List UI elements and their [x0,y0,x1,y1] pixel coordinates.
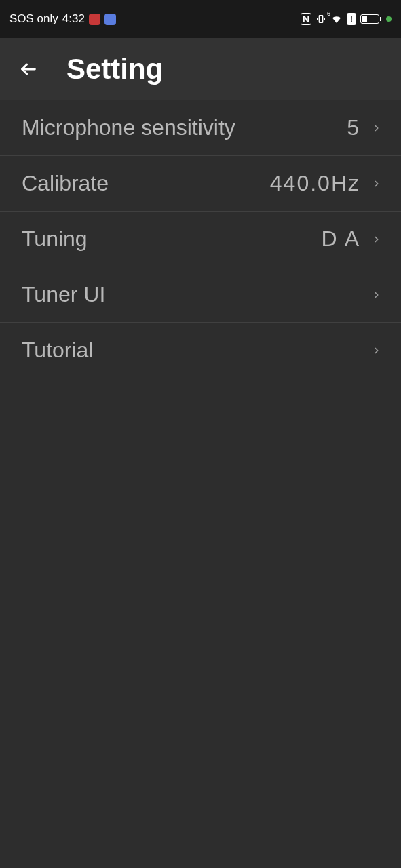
status-right: N 6 ! [301,13,392,25]
app-icon-blue [104,14,116,25]
setting-label: Tuning [22,226,88,252]
setting-label: Calibrate [22,171,109,196]
setting-microphone-sensitivity[interactable]: Microphone sensitivity 5 [0,100,401,156]
status-left: SOS only 4:32 [9,12,116,26]
setting-label: Microphone sensitivity [22,115,235,140]
settings-list: Microphone sensitivity 5 Calibrate 440.0… [0,100,401,378]
nfc-icon: N [301,13,311,25]
setting-label: Tutorial [22,338,94,363]
app-header: Setting [0,38,401,100]
wifi-icon: 6 [330,13,343,25]
setting-label: Tuner UI [22,282,105,307]
setting-tutorial[interactable]: Tutorial [0,323,401,378]
chevron-right-icon [371,345,382,356]
chevron-right-icon [371,123,382,134]
svg-rect-0 [319,16,322,23]
chevron-right-icon [371,178,382,189]
setting-value: D A [321,226,360,252]
status-bar: SOS only 4:32 N 6 ! [0,0,401,38]
battery-icon [360,14,379,24]
setting-value: 440.0Hz [270,171,360,196]
setting-calibrate[interactable]: Calibrate 440.0Hz [0,156,401,212]
network-status: SOS only [9,12,58,26]
setting-tuner-ui[interactable]: Tuner UI [0,267,401,323]
privacy-indicator-dot [386,16,392,22]
vibrate-icon [316,14,326,24]
page-title: Setting [66,53,163,85]
setting-tuning[interactable]: Tuning D A [0,212,401,267]
back-button[interactable] [18,58,39,80]
alert-icon: ! [347,13,356,25]
clock: 4:32 [62,12,85,26]
chevron-right-icon [371,234,382,245]
setting-value: 5 [347,115,360,140]
chevron-right-icon [371,290,382,300]
app-icon-red [89,14,100,25]
